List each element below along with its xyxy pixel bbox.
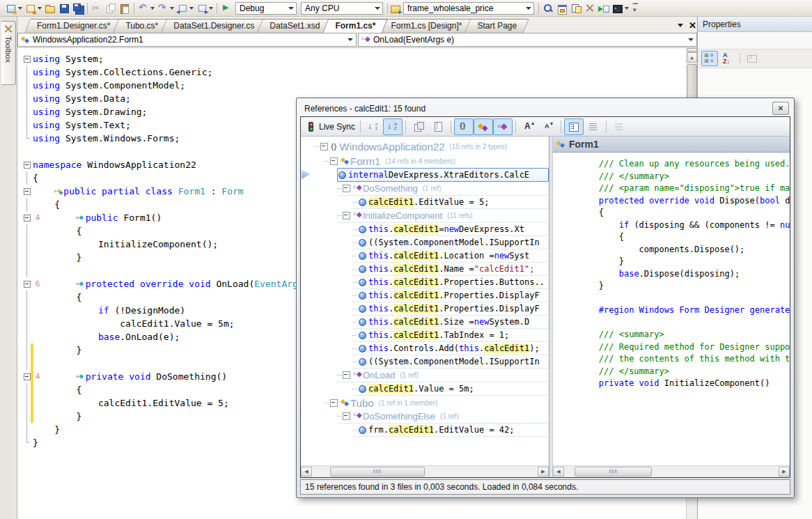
reference-item[interactable]: this.calcEdit1.Properties.Buttons.. <box>352 276 549 289</box>
redo-button[interactable] <box>156 1 175 15</box>
tree-node-mem[interactable]: InitializeComponent(11 refs) <box>337 209 549 223</box>
tree-node-mem[interactable]: DoSomethingElse(1 ref) <box>337 410 549 424</box>
show-context-button[interactable] <box>493 118 513 135</box>
save-all-button[interactable] <box>71 1 85 15</box>
property-pages-button[interactable] <box>744 51 760 66</box>
sort-alpha-button[interactable] <box>383 118 403 135</box>
scroll-right-icon[interactable]: ▶ <box>779 467 790 477</box>
tree-horizontal-scrollbar[interactable]: ◀ ⦀⦀⦀ ▶ <box>301 465 549 477</box>
add-new-item-button[interactable] <box>24 1 43 15</box>
collapse-icon[interactable] <box>343 212 350 219</box>
fold-collapse-icon[interactable] <box>24 281 31 288</box>
fold-collapse-icon[interactable] <box>24 215 31 222</box>
undo-button[interactable] <box>136 1 156 15</box>
reference-item[interactable]: this.calcEdit1.TabIndex = 1; <box>352 329 549 342</box>
type-combo[interactable]: WindowsApplication22.Form1 <box>17 33 357 47</box>
view-split-button[interactable] <box>564 118 584 135</box>
live-sync-button[interactable]: Live Sync <box>304 118 357 135</box>
tree-node-mem[interactable]: DoSomething(1 ref) <box>337 182 549 196</box>
toolbox-button[interactable] <box>583 1 597 15</box>
reference-item[interactable]: this.calcEdit1.Name = "calcEdit1"; <box>352 263 549 276</box>
font-increase-button[interactable] <box>519 118 538 135</box>
tab-form1-cs-[interactable]: Form1.cs* <box>325 19 385 33</box>
toolbar-options-button[interactable]: ▔▾ <box>633 6 638 11</box>
collapse-icon[interactable] <box>343 185 350 192</box>
reference-item[interactable]: ((System.ComponentModel.ISupportIn <box>352 355 549 369</box>
reference-item[interactable]: frm.calcEdit1.EditValue = 42; <box>352 424 549 437</box>
tree-node-ns[interactable]: {}WindowsApplication22(15 refs in 2 type… <box>315 139 549 154</box>
platform-combo[interactable]: Any CPU <box>301 2 383 15</box>
tree-node-cls[interactable]: Tubo(1 ref in 1 member) <box>325 396 549 410</box>
solution-config-combo[interactable]: Debug <box>235 2 297 15</box>
fold-collapse-icon[interactable] <box>24 373 31 380</box>
tab-dataset1-xsd[interactable]: DataSet1.xsd <box>260 19 329 33</box>
tab-dataset1-designer-cs[interactable]: DataSet1.Designer.cs <box>164 19 264 33</box>
fold-collapse-icon[interactable] <box>24 56 31 63</box>
collapse-icon[interactable] <box>330 399 338 407</box>
scrollbar-track[interactable]: ⦀⦀⦀ <box>312 467 538 477</box>
document-list-dropdown-icon[interactable] <box>678 24 683 27</box>
new-project-button[interactable] <box>4 1 24 15</box>
tree-node-cls[interactable]: Form1(14 refs in 4 members) <box>325 154 549 168</box>
tab-form1-designer-cs-[interactable]: Form1.Designer.cs* <box>27 19 120 33</box>
command-window-button[interactable] <box>611 1 630 15</box>
navigate-forward-button[interactable] <box>195 1 214 15</box>
fold-collapse-icon[interactable] <box>24 162 31 169</box>
tab-tubo-cs-[interactable]: Tubo.cs* <box>116 19 168 33</box>
scrollbar-thumb[interactable]: ⦀⦀⦀ <box>330 467 425 477</box>
scroll-right-icon[interactable]: ▶ <box>538 467 549 477</box>
font-decrease-button[interactable] <box>538 118 558 135</box>
tree-node-mem[interactable]: OnLoad(1 ref) <box>337 369 549 382</box>
reference-item[interactable]: this.calcEdit1.Size = new System.D <box>352 316 549 329</box>
reference-item[interactable]: this.Controls.Add(this.calcEdit1); <box>352 342 549 355</box>
object-browser-button[interactable] <box>597 1 611 15</box>
copy-button[interactable] <box>104 1 118 15</box>
fold-collapse-icon[interactable] <box>24 188 31 195</box>
preview-horizontal-scrollbar[interactable]: ◀ ⦀⦀⦀ ▶ <box>553 465 790 477</box>
collapse-icon[interactable] <box>343 412 350 420</box>
solution-explorer-button[interactable] <box>569 1 583 15</box>
properties-window-button[interactable] <box>555 1 569 15</box>
scroll-up-icon[interactable]: ▲ <box>687 52 697 63</box>
collapse-icon[interactable] <box>343 371 350 379</box>
collapse-icon[interactable] <box>330 157 338 165</box>
scrollbar-track[interactable]: ⦀⦀⦀ <box>564 467 779 477</box>
export-report-button[interactable] <box>428 118 448 135</box>
alphabetical-button[interactable] <box>719 51 736 66</box>
sort-by-file-button[interactable] <box>364 118 383 135</box>
toolbox-tab[interactable]: Toolbox <box>1 21 16 85</box>
dialog-titlebar[interactable]: References - calcEdit1: 15 found ✕ <box>300 100 790 116</box>
reference-item[interactable]: ((System.ComponentModel.ISupportIn <box>352 236 549 249</box>
member-combo[interactable]: OnLoad(EventArgs e) <box>358 33 697 47</box>
show-members-button[interactable] <box>474 118 493 135</box>
properties-object-combo[interactable] <box>698 32 812 49</box>
scroll-left-icon[interactable]: ◀ <box>553 467 564 477</box>
reference-item[interactable]: this.calcEdit1.Properties.DisplayF <box>352 302 549 316</box>
find-symbol-button[interactable] <box>541 1 555 15</box>
view-list-button[interactable] <box>609 118 629 135</box>
dialog-close-button[interactable]: ✕ <box>772 102 789 115</box>
reference-item[interactable]: this.calcEdit1 = new DevExpress.Xt <box>352 223 549 236</box>
reference-item[interactable]: internal DevExpress.XtraEditors.CalcE <box>337 168 549 182</box>
show-code-button[interactable] <box>454 118 474 135</box>
reference-item[interactable]: this.calcEdit1.Properties.DisplayF <box>352 289 549 302</box>
navigate-backward-button[interactable] <box>175 1 195 15</box>
start-debugging-button[interactable] <box>219 1 233 15</box>
copy-results-button[interactable] <box>409 118 428 135</box>
view-flat-button[interactable] <box>584 118 603 135</box>
close-document-icon[interactable]: ✕ <box>689 21 696 30</box>
tab-form1-cs-design-[interactable]: Form1.cs [Design]* <box>381 19 471 33</box>
open-file-button[interactable] <box>43 1 57 15</box>
categorized-button[interactable] <box>701 51 718 66</box>
scroll-left-icon[interactable]: ◀ <box>301 467 312 477</box>
cut-button[interactable] <box>90 1 104 15</box>
scrollbar-thumb[interactable]: ⦀⦀⦀ <box>575 467 652 477</box>
paste-button[interactable] <box>118 1 132 15</box>
reference-item[interactable]: calcEdit1.Value = 5m; <box>352 382 549 396</box>
tab-start-page[interactable]: Start Page <box>467 19 526 33</box>
reference-item[interactable]: this.calcEdit1.Location = new Syst <box>352 249 549 263</box>
reference-item[interactable]: calcEdit1.EditValue = 5; <box>352 196 549 209</box>
startup-object-combo[interactable]: frame_wholesale_price <box>403 2 534 15</box>
save-button[interactable] <box>57 1 71 15</box>
collapse-icon[interactable] <box>320 143 328 150</box>
